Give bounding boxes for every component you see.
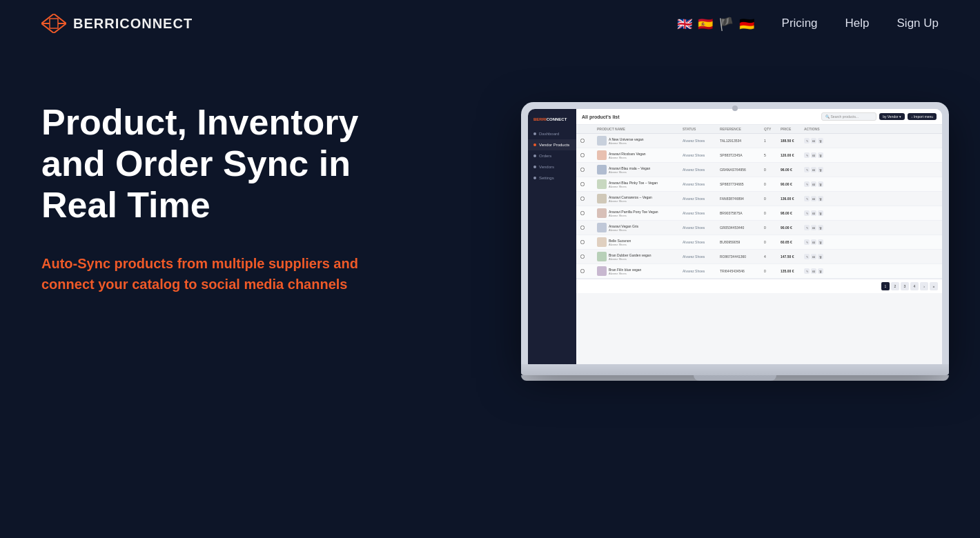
row-checkbox[interactable] [580,168,585,172]
edit-icon[interactable]: ✎ [804,268,810,274]
delete-icon[interactable]: 🗑 [818,167,823,172]
delete-icon[interactable]: 🗑 [818,138,823,143]
product-price: 188.50 € [781,139,801,143]
edit-icon[interactable]: ✎ [804,196,810,201]
nav-help[interactable]: Help [845,17,870,30]
col-price: PRICE [781,127,801,131]
sidebar-vendor-products[interactable]: Vendor Products [528,139,576,150]
app-product-table: PRODUCT NAME STATUS REFERENCE QTY PRICE … [576,125,942,293]
link-icon[interactable]: ⛓ [811,268,816,274]
nav-signup[interactable]: Sign Up [897,17,939,30]
table-row: Anaravi Blau mala – VeganAlvarez Shoes A… [576,163,942,177]
row-checkbox[interactable] [580,226,585,230]
link-icon[interactable]: ⛓ [811,167,816,172]
link-icon[interactable]: ⛓ [811,152,816,158]
logo-text: BERRICONNECT [73,16,193,32]
product-qty: 1 [764,139,778,143]
pagination: 1 2 3 4 › » [576,279,942,293]
table-row: Anaravi Vegan GrisAlvarez Shoes Alvarez … [576,221,942,235]
sidebar-settings[interactable]: Settings [528,172,576,183]
nav-pricing[interactable]: Pricing [782,17,818,30]
link-icon[interactable]: ⛓ [811,138,816,143]
link-icon[interactable]: ⛓ [811,210,816,216]
edit-icon[interactable]: ✎ [804,152,810,158]
sidebar-orders[interactable]: Orders [528,150,576,161]
link-icon[interactable]: ⛓ [811,239,816,245]
page-2[interactable]: 2 [891,282,899,290]
app-search[interactable]: 🔍 Search products... [821,112,876,121]
table-row: Belle SuzanonAlvarez Shoes Alvarez Shoes… [576,235,942,250]
page-last[interactable]: » [930,282,938,290]
app-main-panel: All product's list 🔍 Search products... … [576,109,942,364]
edit-icon[interactable]: ✎ [804,239,810,245]
edit-icon[interactable]: ✎ [804,210,810,216]
table-row: Bran Dubber Garden veganAlvarez Shoes Al… [576,250,942,264]
app-table-body: A New Universe veganAlvarez Shoes Alvare… [576,134,942,279]
row-checkbox[interactable] [580,197,585,201]
logo-icon [41,14,66,33]
hero-section: Product, Inventory and Order Sync in Rea… [41,74,400,295]
link-icon[interactable]: ⛓ [811,181,816,187]
delete-icon[interactable]: 🗑 [818,196,823,201]
table-row: Anaravi Parrilla Pony Toe VeganAlvarez S… [576,206,942,221]
row-checkbox[interactable] [580,153,585,157]
col-actions: ACTIONS [804,127,825,131]
edit-icon[interactable]: ✎ [804,225,810,230]
product-status: Alvarez Shoes [683,139,717,143]
app-import-btn[interactable]: ↓ Import menu [908,113,937,120]
hero-title: Product, Inventory and Order Sync in Rea… [41,102,400,226]
delete-icon[interactable]: 🗑 [818,181,823,187]
row-checkbox[interactable] [580,240,585,244]
edit-icon[interactable]: ✎ [804,167,810,172]
flag-de[interactable]: 🇩🇪 [739,18,754,29]
page-4[interactable]: 4 [910,282,919,290]
col-status: STATUS [683,127,717,131]
link-icon[interactable]: ⛓ [811,254,816,259]
link-icon[interactable]: ⛓ [811,196,816,201]
logo[interactable]: BERRICONNECT [41,14,193,33]
main-content: Product, Inventory and Order Sync in Rea… [0,47,980,295]
page-3[interactable]: 3 [901,282,909,290]
hero-subtitle: Auto-Sync products from multiple supplie… [41,253,359,295]
delete-icon[interactable]: 🗑 [818,210,823,216]
app-vendor-filter[interactable]: by Vendor ▾ [879,113,905,120]
laptop-base [521,364,949,375]
edit-icon[interactable]: ✎ [804,181,810,187]
flag-en[interactable]: 🇬🇧 [677,18,692,29]
delete-icon[interactable]: 🗑 [818,152,823,158]
row-checkbox[interactable] [580,182,585,186]
row-checkbox[interactable] [580,211,585,215]
link-icon[interactable]: ⛓ [811,225,816,230]
svg-marker-1 [50,19,58,28]
app-toolbar: 🔍 Search products... by Vendor ▾ ↓ Impor… [821,112,937,121]
delete-icon[interactable]: 🗑 [818,239,823,245]
flag-ca[interactable]: 🏴 [718,18,734,29]
edit-icon[interactable]: ✎ [804,138,810,143]
col-product: PRODUCT NAME [597,127,680,131]
delete-icon[interactable]: 🗑 [818,268,823,274]
sidebar-vendors[interactable]: Vendors [528,161,576,172]
col-ref: REFERENCE [720,127,761,131]
product-actions: ✎⛓🗑 [804,138,825,143]
table-row: Anaravi Camareros – VeganAlvarez Shoes A… [576,192,942,206]
delete-icon[interactable]: 🗑 [818,254,823,259]
sidebar-dashboard[interactable]: Dashboard [528,128,576,139]
flag-es[interactable]: 🇪🇸 [698,18,713,29]
product-image [597,136,607,146]
page-1[interactable]: 1 [881,282,890,290]
language-selector[interactable]: 🇬🇧 🇪🇸 🏴 🇩🇪 [677,18,754,29]
edit-icon[interactable]: ✎ [804,254,810,259]
product-cell: A New Universe veganAlvarez Shoes [597,136,680,146]
app-header-bar: All product's list 🔍 Search products... … [576,109,942,125]
col-qty: QTY [764,127,778,131]
app-breadcrumb: All product's list [582,114,620,119]
table-row: Anaravi Blau Pinky Toe – VeganAlvarez Sh… [576,177,942,192]
table-row: Bran Filín blue veganAlvarez Shoes Alvar… [576,264,942,279]
app-sidebar: BERRICONNECT Dashboard Vendor Products [528,109,576,364]
page-next[interactable]: › [920,282,928,290]
product-ref: TAL12913534 [720,139,761,143]
row-checkbox[interactable] [580,139,585,143]
row-checkbox[interactable] [580,269,585,273]
delete-icon[interactable]: 🗑 [818,225,823,230]
row-checkbox[interactable] [580,255,585,259]
